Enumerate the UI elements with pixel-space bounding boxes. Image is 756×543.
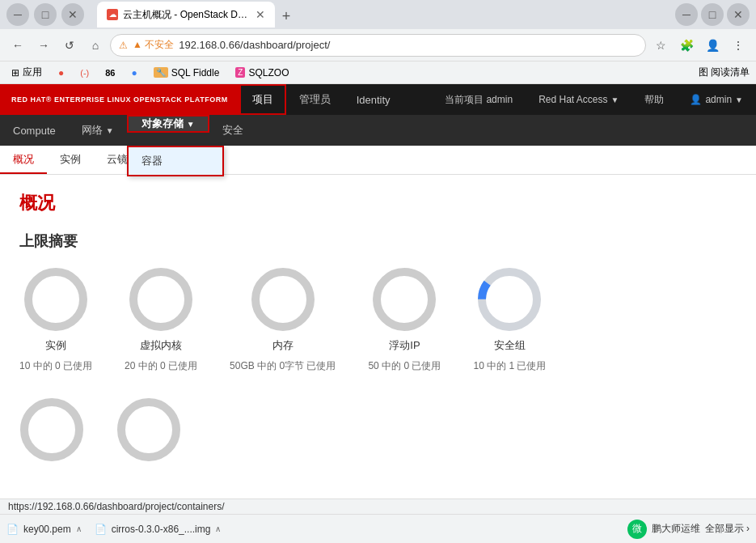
watermark: 微 鹏大师运维 全部显示 › [627,520,750,539]
forward-button[interactable]: → [32,34,55,57]
user-dropdown-icon: ▼ [735,95,743,104]
quota-vcpus-label: 虚拟内核 [140,338,182,353]
bookmark-sql-fiddle[interactable]: 🔧 SQL Fiddle [149,66,225,80]
topnav-redhat-access[interactable]: Red Hat Access ▼ [526,84,631,115]
os-topnav: 项目 管理员 Identity 当前项目 admin Red Hat Acces… [239,84,756,115]
window-minimize-button[interactable]: ─ [675,3,698,26]
status-bar: https://192.168.0.66/dashboard/project/c… [0,498,756,514]
close-button[interactable]: ✕ [61,3,84,26]
quota-security-groups-label: 安全组 [494,338,526,353]
quota-floating-ip-label: 浮动IP [389,338,420,353]
topnav-project[interactable]: 项目 [239,84,286,115]
quota-floating-ip-chart [372,267,437,332]
page-title: 概况 [19,191,737,215]
topnav-admin[interactable]: 管理员 [286,84,344,115]
download-cirros-name: cirros-0.3.0-x86_....img [112,524,211,535]
openstack-app: RED HAT® ENTERPRISE LINUX OPENSTACK PLAT… [0,84,756,503]
tab-title: 云主机概况 - OpenStack Dashl... [123,8,251,22]
quota-instances-label: 实例 [45,338,66,353]
svg-point-6 [24,402,79,457]
home-button[interactable]: ⌂ [84,34,107,57]
minimize-button[interactable]: ─ [6,3,29,26]
navbar-security[interactable]: 安全 [209,115,256,146]
svg-point-2 [256,272,310,327]
navbar-object-storage[interactable]: 对象存储 ▼ [127,115,209,133]
sqlzoo-label: SQLZOO [248,67,289,78]
bookmarks-bar: ⊞ 应用 ● (-) 86 ● 🔧 SQL Fiddle Z SQLZOO 图 … [0,62,756,84]
bookmark-plugin3[interactable]: 86 [100,66,120,79]
quota-row-1: 实例 10 中的 0 已使用 虚拟内核 20 中的 0 已使用 内存 50GB … [19,267,737,373]
apps-grid-icon: ⊞ [11,67,19,78]
sqlzoo-icon: Z [235,67,245,78]
section-title: 上限摘要 [19,231,737,251]
window-controls: ─ □ ✕ [6,3,84,26]
quota-extra1-chart [19,397,84,462]
address-bar[interactable]: ⚠ ▲ 不安全 192.168.0.66/dashboard/project/ [110,34,646,57]
plugin1-icon: ● [58,67,64,78]
svg-point-0 [28,272,83,327]
quota-memory-chart [251,267,315,332]
quota-floating-ip-sublabel: 50 中的 0 已使用 [368,359,441,373]
window-maximize-button[interactable]: □ [701,3,724,26]
network-dropdown-icon: ▼ [106,126,114,135]
navbar-compute[interactable]: Compute [0,115,69,146]
plugin2-icon: (-) [80,68,89,78]
back-button[interactable]: ← [6,34,29,57]
bookmark-apps[interactable]: ⊞ 应用 [6,64,47,81]
os-content: 概况 上限摘要 实例 10 中的 0 已使用 虚拟内核 20 中的 0 已使用 [0,175,756,503]
quota-instances-chart [23,267,88,332]
menu-button[interactable]: ⋮ [727,34,750,57]
extension-button[interactable]: 🧩 [675,34,698,57]
quota-memory-sublabel: 50GB 中的 0字节 已使用 [230,359,336,373]
watermark-text: 鹏大师运维 [652,522,700,536]
maximize-button[interactable]: □ [34,3,57,26]
svg-point-1 [133,272,188,327]
quota-vcpus-chart [129,267,193,332]
status-url: https://192.168.0.66/dashboard/project/c… [8,501,225,512]
watermark-icon: 微 [627,520,647,539]
bookmark-apps-label: 应用 [23,66,42,79]
star-button[interactable]: ☆ [649,34,672,57]
topnav-identity[interactable]: Identity [344,84,403,115]
navbar-network[interactable]: 网络 ▼ [69,115,127,146]
browser-toolbar: ← → ↺ ⌂ ⚠ ▲ 不安全 192.168.0.66/dashboard/p… [0,29,756,62]
account-button[interactable]: 👤 [701,34,724,57]
download-key-pem[interactable]: 📄 key00.pem ∧ [6,524,82,535]
quota-security-groups-chart [477,267,542,332]
os-topnav-right: 当前项目 admin Red Hat Access ▼ 帮助 👤 admin ▼ [432,84,756,115]
title-bar: ─ □ ✕ ☁ 云主机概况 - OpenStack Dashl... ✕ + ─… [0,0,756,29]
topnav-current-project[interactable]: 当前项目 admin [432,84,526,115]
quota-vcpus: 虚拟内核 20 中的 0 已使用 [125,267,197,373]
window-close-button[interactable]: ✕ [727,3,750,26]
quota-security-groups: 安全组 10 中的 1 已使用 [473,267,546,373]
svg-point-7 [121,402,176,457]
object-storage-dropdown-icon: ▼ [187,120,195,129]
download-key-icon: 📄 [6,524,19,535]
tab-close-icon[interactable]: ✕ [256,8,265,21]
active-tab[interactable]: ☁ 云主机概况 - OpenStack Dashl... ✕ [97,2,275,28]
sqlfiddle-icon: 🔧 [154,67,168,78]
topnav-help[interactable]: 帮助 [631,84,677,115]
subnav-instances[interactable]: 实例 [47,146,94,174]
address-text: 192.168.0.66/dashboard/project/ [179,39,637,51]
bookmark-sqlzoo[interactable]: Z SQLZOO [230,66,294,80]
quota-item-extra1 [19,397,84,462]
dropdown-menu-item-containers[interactable]: 容器 [129,147,222,175]
tab-favicon-icon: ☁ [107,9,118,20]
download-cirros-img[interactable]: 📄 cirros-0.3.0-x86_....img ∧ [95,524,222,535]
reading-list[interactable]: 图 阅读清单 [699,66,750,79]
subnav-overview[interactable]: 概况 [0,146,47,174]
svg-point-3 [377,272,432,327]
plugin3-icon: 86 [105,68,115,78]
watermark-sub: 全部显示 › [705,522,750,536]
bookmark-plugin4[interactable]: ● [127,66,142,80]
reload-button[interactable]: ↺ [58,34,81,57]
quota-memory: 内存 50GB 中的 0字节 已使用 [230,267,336,373]
quota-instances: 实例 10 中的 0 已使用 [19,267,92,373]
new-tab-button[interactable]: + [275,5,298,28]
quota-row-2 [19,397,737,462]
bookmark-plugin2[interactable]: (-) [75,66,94,79]
topnav-user[interactable]: 👤 admin ▼ [677,84,756,115]
download-key-name: key00.pem [23,524,71,535]
bookmark-plugin1[interactable]: ● [53,66,69,80]
